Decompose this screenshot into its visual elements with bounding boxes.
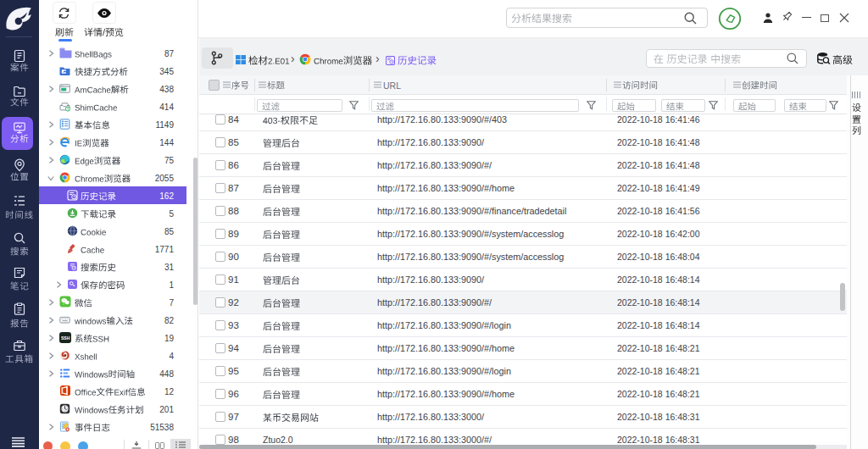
svg-text:SSH: SSH: [61, 335, 70, 340]
